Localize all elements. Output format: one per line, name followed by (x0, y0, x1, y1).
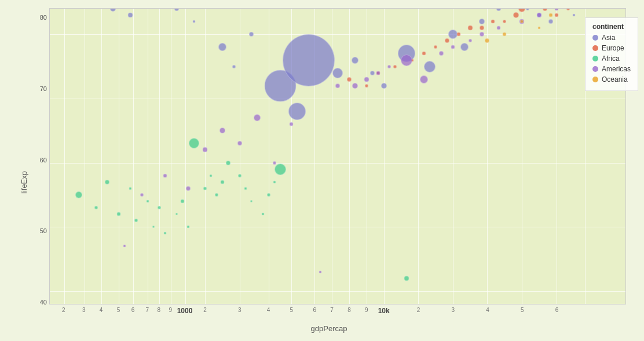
grid-line-vertical (367, 9, 367, 304)
bubble (174, 8, 179, 11)
bubble (401, 55, 412, 66)
bubble (543, 8, 547, 11)
x-axis-ticks: 2345678910002345678910k23456 (49, 304, 626, 323)
bubble (288, 103, 306, 120)
bubble (422, 52, 426, 56)
grid-line-vertical (557, 9, 557, 304)
legend-dot (592, 56, 598, 61)
bubble (129, 187, 132, 190)
x-tick: 2 (417, 307, 420, 313)
grid-line-vertical (64, 9, 65, 304)
legend-item: Africa (592, 55, 631, 63)
bubble (163, 232, 166, 235)
bubble (548, 19, 553, 24)
bubble (554, 13, 558, 17)
bubble (503, 20, 506, 23)
grid-line-horizontal (50, 163, 625, 164)
bubble (75, 191, 82, 198)
bubble (347, 77, 352, 82)
bubble (110, 8, 116, 12)
y-tick: 50 (32, 227, 49, 234)
grid-line-vertical (453, 9, 453, 304)
bubble (404, 275, 409, 281)
bubble (273, 161, 276, 165)
chart-wrapper: lifeExp 8070605040 234567891000234567891… (18, 8, 626, 333)
legend-item: Europe (592, 44, 631, 52)
x-tick: 1000 (177, 307, 193, 315)
bubble (469, 39, 472, 42)
bubble (537, 13, 541, 17)
x-tick: 8 (157, 307, 160, 313)
bubble (254, 114, 261, 121)
bubble (434, 45, 437, 49)
legend-dot (592, 77, 598, 82)
bubble (566, 8, 570, 10)
bubble (365, 84, 368, 88)
x-tick: 5 (290, 307, 294, 313)
bubble (451, 45, 455, 49)
x-tick: 10k (378, 307, 390, 315)
legend-item: Asia (592, 34, 631, 42)
grid-line-vertical (205, 9, 206, 304)
bubble (163, 173, 167, 177)
x-tick: 3 (82, 307, 86, 313)
x-tick: 9 (169, 307, 172, 313)
y-tick: 80 (32, 14, 49, 21)
grid-line-horizontal (50, 34, 625, 35)
bubble (175, 213, 178, 215)
bubble (105, 180, 109, 184)
bubble (94, 206, 98, 209)
bubble (123, 245, 126, 248)
y-tick: 40 (32, 299, 49, 306)
grid-line-vertical (133, 9, 134, 304)
bubble (210, 174, 213, 177)
bubble (203, 187, 207, 190)
x-tick: 7 (330, 307, 334, 313)
x-tick: 4 (100, 307, 103, 313)
grid-line-vertical (384, 9, 385, 304)
x-tick: 2 (62, 307, 65, 313)
bubble (192, 20, 195, 23)
legend-item-label: Europe (602, 44, 624, 52)
bubble (572, 14, 575, 17)
legend-title: continent (592, 23, 631, 31)
legend-item: Americas (592, 65, 631, 73)
bubble (221, 180, 225, 184)
bubble (186, 186, 191, 191)
bubble (275, 164, 286, 175)
bubble (152, 226, 155, 228)
bubble (319, 270, 322, 273)
grid-line-horizontal (50, 99, 625, 99)
bubble (480, 26, 484, 30)
x-tick: 4 (486, 307, 489, 313)
bubble (146, 199, 149, 202)
bubble (283, 34, 335, 86)
bubble (249, 32, 254, 37)
bubble (467, 26, 473, 31)
bubble (335, 84, 340, 88)
grid-line-horizontal (50, 227, 625, 227)
chart-main: 8070605040 2345678910002345678910k23456 … (32, 8, 626, 333)
x-tick: 4 (267, 307, 270, 313)
bubble (480, 32, 484, 37)
bubble (261, 213, 264, 216)
bubble (548, 13, 552, 17)
bubble (479, 19, 485, 24)
bubble (203, 147, 208, 153)
x-tick: 9 (365, 307, 368, 313)
bubble (226, 161, 230, 165)
y-axis-label: lifeExp (18, 8, 30, 333)
x-tick: 2 (203, 307, 207, 313)
bubble (518, 8, 525, 12)
bubble (485, 38, 489, 43)
bubble (520, 20, 524, 23)
grid-line-vertical (240, 9, 240, 304)
grid-line-vertical (119, 9, 119, 304)
bubble (497, 26, 501, 30)
bubble (456, 32, 460, 37)
bubble (445, 38, 449, 43)
bubble (537, 27, 540, 30)
x-tick: 5 (521, 307, 524, 313)
bubble (134, 219, 138, 222)
bubble (352, 57, 358, 64)
